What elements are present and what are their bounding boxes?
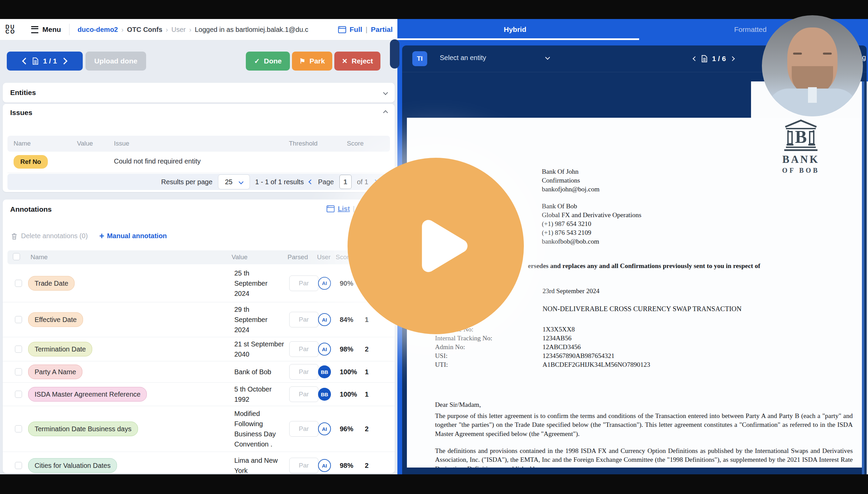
annotation-name-pill[interactable]: Trade Date	[28, 276, 75, 290]
chevron-up-icon[interactable]	[383, 110, 388, 115]
flag-icon: ⚑	[299, 57, 305, 65]
chevron-down-icon[interactable]	[545, 55, 550, 60]
select-all-checkbox[interactable]	[13, 253, 20, 260]
letter-paragraph: The definitions and provisions contained…	[435, 446, 853, 468]
table-row: ISDA Master Agreement Reference 5 th Oct…	[3, 383, 395, 406]
table-row: Termination Date Business days Modified …	[3, 406, 395, 452]
row-checkbox[interactable]	[15, 280, 22, 287]
tab-hybrid[interactable]: Hybrid	[397, 19, 633, 40]
annotation-panel: DU CO Menu duco-demo2 › OTC Confs › User…	[0, 19, 397, 474]
next-record-icon[interactable]	[61, 58, 67, 64]
parsed-button[interactable]: Par	[289, 421, 318, 437]
annotation-score: 90%	[340, 279, 353, 287]
record-pager[interactable]: 1 / 1	[7, 52, 83, 71]
view-mode-switch: Full | Partial	[338, 25, 393, 34]
issue-row: Ref No Could not find required entity	[7, 152, 390, 173]
page-input[interactable]: 1	[339, 175, 352, 189]
user-badge: BB	[318, 365, 331, 378]
parsed-button[interactable]: Par	[289, 386, 318, 402]
annotation-name-pill[interactable]: ISDA Master Agreement Reference	[28, 387, 147, 402]
reference-values: 1X3X5XX8 1234AB56 12ABCD3456 1234567890A…	[542, 325, 650, 369]
supersede-line: ersedes and replaces any and all Confirm…	[528, 262, 760, 270]
annotation-name-pill[interactable]: Party A Name	[28, 365, 82, 379]
upload-done-button[interactable]: Upload done	[85, 52, 146, 71]
parsed-button[interactable]: Par	[289, 458, 318, 473]
row-checkbox[interactable]	[15, 316, 22, 323]
annotation-value: 21 st September 2040	[234, 339, 287, 359]
user-badge: AI	[318, 277, 331, 290]
annotation-actions: Delete annotations (0) + Manual annotati…	[11, 232, 167, 240]
annotation-name-pill[interactable]: Termination Date	[28, 342, 92, 357]
issue-name-pill[interactable]: Ref No	[14, 155, 48, 169]
park-button[interactable]: ⚑ Park	[292, 52, 332, 71]
annotation-value: 29 th September 2024	[234, 304, 287, 335]
issues-pagination: Results per page 25 1 - 1 of 1 results P…	[7, 174, 390, 190]
document-pager: 1 / 6	[693, 45, 734, 72]
reject-button[interactable]: ✕ Reject	[334, 52, 380, 71]
document-date: 23rd September 2024	[542, 287, 599, 296]
sender-address-block: Bank Of John Confirmations bankofjohn@bo…	[542, 167, 599, 194]
issues-header[interactable]: Issues	[3, 104, 395, 121]
window-icon	[338, 26, 346, 33]
full-view-link[interactable]: Full	[350, 25, 362, 34]
issue-description: Could not find required entity	[114, 157, 201, 165]
per-page-select[interactable]: 25	[218, 174, 250, 189]
trash-icon	[11, 232, 18, 240]
document-icon	[33, 57, 38, 65]
panel-scrollbar[interactable]	[390, 39, 399, 69]
list-view-toggle[interactable]: List |	[327, 205, 355, 213]
partial-view-link[interactable]: Partial	[371, 25, 393, 34]
prev-record-icon[interactable]	[22, 58, 29, 64]
breadcrumb: duco-demo2 › OTC Confs › User › Logged i…	[78, 26, 309, 34]
chevron-down-icon[interactable]	[383, 90, 388, 95]
breadcrumb-process[interactable]: OTC Confs	[127, 26, 162, 34]
play-icon	[401, 205, 482, 287]
annotation-name-pill[interactable]: Cities for Valuation Dates	[28, 458, 117, 473]
manual-annotation-button[interactable]: + Manual annotation	[99, 232, 167, 240]
annotation-page: 2	[365, 425, 369, 433]
results-per-page-label: Results per page	[161, 178, 212, 186]
annotation-name-pill[interactable]: Effective Date	[28, 312, 83, 327]
row-checkbox[interactable]	[15, 462, 22, 469]
parsed-button[interactable]: Par	[289, 341, 318, 357]
parsed-button[interactable]: Par	[289, 312, 318, 327]
annotation-name-pill[interactable]: Termination Date Business days	[28, 422, 138, 436]
row-checkbox[interactable]	[15, 425, 22, 433]
row-checkbox[interactable]	[15, 391, 22, 398]
breadcrumb-logged-in: Logged in as bartlomiej.balak.1@du.c	[195, 26, 308, 34]
app-header: DU CO Menu duco-demo2 › OTC Confs › User…	[0, 19, 397, 40]
table-row: Party A Name Bank of Bob Par BB 100% 1	[3, 361, 395, 383]
video-frame: DU CO Menu duco-demo2 › OTC Confs › User…	[0, 0, 868, 494]
breadcrumb-user[interactable]: User	[172, 26, 186, 34]
prev-doc-page-icon[interactable]	[693, 56, 697, 61]
annotation-score: 84%	[340, 316, 353, 324]
annotations-section: Annotations List | Delete annotations (0…	[3, 200, 395, 473]
prev-page-icon[interactable]	[309, 179, 313, 184]
user-badge: AI	[318, 343, 331, 356]
video-play-button[interactable]	[348, 158, 524, 334]
breadcrumb-model[interactable]: duco-demo2	[78, 26, 118, 34]
done-button[interactable]: ✓ Done	[246, 52, 290, 71]
menu-button[interactable]: Menu	[31, 25, 61, 34]
annotation-value: 25 th September 2024	[234, 268, 287, 299]
user-badge: BB	[318, 388, 331, 401]
delete-annotations-button[interactable]: Delete annotations (0)	[11, 232, 88, 240]
row-checkbox[interactable]	[15, 368, 22, 376]
user-badge: AI	[318, 422, 331, 435]
parsed-button[interactable]: Par	[289, 364, 318, 380]
entities-header[interactable]: Entities	[3, 83, 395, 102]
page-label: Page	[318, 178, 334, 186]
table-row: Effective Date 29 th September 2024 Par …	[3, 302, 395, 337]
row-checkbox[interactable]	[15, 346, 22, 353]
letter-paragraph: The purpose of this letter agreement is …	[435, 412, 853, 438]
entity-select[interactable]: Select an entity	[440, 54, 486, 62]
parsed-button[interactable]: Par	[289, 276, 318, 291]
annotations-table-header: Name Value Parsed User Score	[7, 250, 390, 264]
annotation-value: 5 th October 1992	[234, 384, 287, 404]
table-row: Trade Date 25 th September 2024 Par AI 9…	[3, 264, 395, 302]
results-range: 1 - 1 of 1 results	[255, 178, 304, 186]
issues-section: Issues Name Value Issue Threshold Score …	[3, 104, 395, 192]
text-select-tool-button[interactable]: TI	[412, 51, 427, 66]
document-scrollbar[interactable]	[862, 81, 867, 474]
next-doc-page-icon[interactable]	[730, 56, 735, 61]
